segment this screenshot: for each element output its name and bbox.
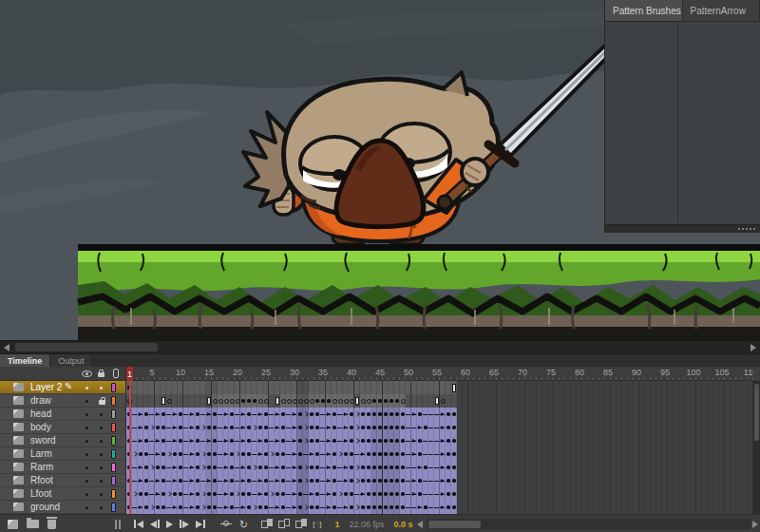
scrollbar-thumb[interactable] [754,384,759,441]
go-first-frame-icon[interactable] [134,519,143,530]
layer-visibility-dot[interactable] [86,466,88,469]
outline-color-swatch[interactable] [111,489,116,499]
scroll-left-icon[interactable] [417,521,423,528]
layer-list-item[interactable]: Rarm [0,461,126,474]
onion-skin-outlines-icon[interactable] [278,519,290,529]
outline-box-icon[interactable] [113,369,119,378]
layer-list-item[interactable]: draw [0,394,126,408]
outline-color-swatch[interactable] [111,423,116,432]
playhead-marker[interactable]: 1 [126,367,133,381]
scrollbar-thumb[interactable] [15,343,158,352]
edit-multiple-frames-icon[interactable] [295,519,307,529]
layer-row-rfoot[interactable]: Rfoot [0,474,760,487]
layer-list-item[interactable]: sword [0,434,126,447]
scroll-left-icon[interactable] [4,344,10,352]
outline-color-swatch[interactable] [111,396,116,406]
layer-lock-dot[interactable] [100,413,103,416]
outline-color-swatch[interactable] [111,463,116,472]
layer-visibility-dot[interactable] [86,506,88,509]
layer-list-item[interactable]: Rfoot [0,474,126,487]
layer-lock-dot[interactable] [100,387,103,390]
layer-lock-dot[interactable] [100,427,103,429]
layer-row-ground[interactable]: ground [0,501,760,514]
outline-color-swatch[interactable] [111,436,116,446]
grip-dots-icon [738,228,755,230]
outline-color-swatch[interactable] [111,409,116,419]
layer-list-item[interactable]: Lfoot [0,487,126,501]
layer-lock-icon[interactable] [99,400,105,405]
ruler-number: 65 [489,368,499,377]
layer-lock-dot[interactable] [100,493,103,496]
brushes-panel-body[interactable] [605,21,760,224]
onion-skin-icon[interactable] [261,519,273,529]
tab-output[interactable]: Output [50,354,92,367]
layer-visibility-dot[interactable] [86,413,88,416]
step-back-icon[interactable] [150,519,160,530]
layer-visibility-dot[interactable] [86,493,88,496]
tab-pattern-arrow[interactable]: PatternArrow [683,0,760,21]
layer-lock-dot[interactable] [100,480,103,483]
layer-visibility-dot[interactable] [86,480,88,483]
step-forward-icon[interactable] [180,519,189,530]
layer-visibility-dot[interactable] [86,427,88,429]
brushes-tab-bar: Pattern Brushes PatternArrow [605,0,760,22]
layer-list-item[interactable]: body [0,421,126,434]
play-icon[interactable] [166,519,173,530]
layer-page-icon [13,423,24,431]
layer-row-larm[interactable]: Larm [0,447,760,461]
visibility-eye-icon[interactable] [82,370,92,377]
layer-lock-dot[interactable] [100,506,103,509]
lock-icon[interactable] [98,372,104,377]
modify-markers-icon[interactable]: [·:] [313,520,321,528]
frame-view-controls: ↻ [220,519,248,530]
stage-horizontal-scrollbar[interactable] [0,340,760,353]
layer-row-head[interactable]: head [0,408,760,421]
layer-list-item[interactable]: Layer 2✎ [0,381,126,394]
layer-lock-dot[interactable] [100,453,103,456]
timeline-vertical-scrollbar[interactable] [753,381,760,514]
scrollbar-thumb[interactable] [428,521,481,528]
ruler-number: 10 [176,368,185,377]
tab-pattern-brushes[interactable]: Pattern Brushes [605,0,683,21]
outline-color-swatch[interactable] [111,476,116,485]
frame-ruler[interactable]: 5101520253035404550556065707580859095100… [126,367,753,381]
tab-timeline[interactable]: Timeline [0,354,50,367]
layer-visibility-dot[interactable] [86,387,88,390]
scroll-right-icon[interactable] [750,344,756,352]
layer-row-sword[interactable]: sword [0,434,760,447]
layer-row-draw[interactable]: draw [0,394,760,408]
layer-row-body[interactable]: body [0,421,760,434]
layer-visibility-dot[interactable] [86,453,88,456]
layer-visibility-dot[interactable] [86,440,88,443]
frame-strip [126,434,753,447]
layer-row-lfoot[interactable]: Lfoot [0,487,760,501]
panel-column-divider [677,21,678,224]
outline-color-swatch[interactable] [111,449,116,459]
layer-visibility-dot[interactable] [86,400,88,403]
frame-rate-value[interactable]: 22.06 fps [350,520,385,529]
loop-icon[interactable]: ↻ [239,520,248,529]
new-folder-icon[interactable] [27,520,39,528]
timeline-horizontal-scrollbar[interactable] [427,519,750,529]
new-layer-icon[interactable] [8,520,18,529]
layer-page-icon [13,463,24,471]
center-frame-icon[interactable] [220,519,232,530]
layer-list-item[interactable]: head [0,408,126,421]
layer-lock-dot[interactable] [100,466,103,469]
layer-list-item[interactable]: ground [0,501,126,514]
frame-strip [126,474,753,487]
outline-color-swatch[interactable] [111,503,116,512]
ruler-number: 60 [461,368,470,377]
delete-layer-icon[interactable] [48,520,56,529]
panel-divider-grip[interactable] [115,520,121,529]
layer-lock-dot[interactable] [100,440,103,443]
layer-row-layer-2[interactable]: Layer 2✎ [0,381,760,394]
ruler-number: 95 [660,368,670,377]
layer-row-rarm[interactable]: Rarm [0,461,760,474]
go-last-frame-icon[interactable] [196,519,205,530]
panel-resize-grip[interactable] [605,224,760,233]
scroll-right-icon[interactable] [752,521,758,528]
layer-page-icon [13,449,24,458]
outline-color-swatch[interactable] [111,383,116,392]
layer-list-item[interactable]: Larm [0,447,126,461]
